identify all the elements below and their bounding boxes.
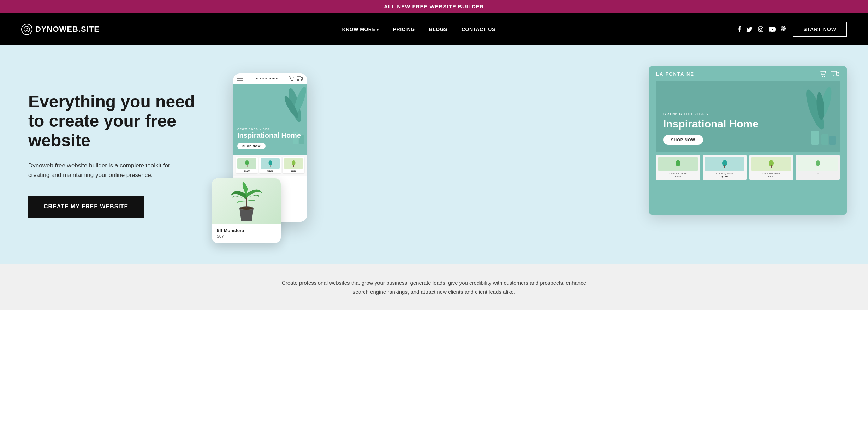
mobile-product-img-1	[237, 158, 256, 169]
svg-point-7	[824, 76, 825, 77]
social-icons	[738, 26, 786, 32]
svg-rect-20	[724, 165, 725, 168]
product-name-4: ···	[798, 172, 838, 175]
mobile-truck-icon	[297, 76, 303, 81]
youtube-icon[interactable]	[769, 27, 776, 32]
facebook-icon[interactable]	[738, 26, 741, 32]
mobile-cart-icon	[289, 76, 295, 81]
nav-item-know-more[interactable]: KNOW MORE ▾	[342, 26, 379, 32]
cart-icon	[819, 71, 827, 77]
plant-card-image	[212, 178, 281, 224]
navbar-right: START NOW	[738, 22, 847, 37]
product-img-3	[751, 157, 791, 171]
nav-item-blogs[interactable]: BLOGS	[429, 26, 447, 32]
mobile-product-img-3	[284, 158, 303, 169]
product-price-3: $120	[751, 175, 791, 178]
desktop-products-row: Corduroy Jacke $120 Corduroy Jacke $120	[656, 155, 840, 180]
svg-point-4	[762, 28, 763, 28]
logo-icon: D	[23, 26, 30, 33]
desktop-product-3: Corduroy Jacke $120	[749, 155, 793, 180]
nav-link-blogs[interactable]: BLOGS	[429, 26, 447, 32]
mobile-plant-icon-1	[244, 160, 250, 167]
desktop-header: LA FONTAINE	[649, 66, 847, 81]
logo-circle: D	[21, 24, 32, 35]
svg-point-42	[292, 160, 295, 165]
desktop-product-4: ··· ---	[796, 155, 840, 180]
mobile-products-row: $120 $120 $120	[233, 155, 307, 176]
svg-rect-43	[293, 165, 294, 167]
mobile-inspire-title: Inspirational Home	[237, 131, 303, 139]
plant-product-card: 5ft Monstera $67	[212, 178, 281, 243]
footer-text: Create professional websites that grow y…	[275, 278, 593, 296]
svg-point-3	[760, 28, 762, 31]
mobile-price-2: $120	[261, 170, 280, 172]
mobile-grow-text: GROW GOOD VIBES	[237, 128, 303, 130]
product-name-1: Corduroy Jacke	[658, 172, 698, 175]
plant-icon-1	[674, 160, 682, 168]
svg-point-31	[297, 79, 298, 81]
mobile-price-1: $120	[237, 170, 256, 172]
footer-strip: Create professional websites that grow y…	[0, 264, 868, 310]
hero-title: Everything you need to create your free …	[28, 92, 212, 150]
pinterest-icon[interactable]	[781, 26, 786, 32]
product-price-2: $120	[705, 175, 744, 178]
chevron-down-icon: ▾	[377, 28, 379, 31]
mobile-plant-icon-3	[291, 160, 296, 167]
instagram-icon[interactable]	[757, 26, 764, 32]
svg-text:D: D	[25, 28, 28, 31]
plant-icon-3	[768, 160, 775, 168]
nav-link-know-more[interactable]: KNOW MORE ▾	[342, 26, 379, 32]
plant-card-info: 5ft Monstera $67	[212, 224, 281, 243]
svg-point-10	[837, 75, 838, 76]
mobile-plant-icon-2	[268, 160, 273, 167]
mobile-header: LA FONTAINE	[233, 73, 307, 84]
mobile-price-3: $120	[284, 170, 303, 172]
top-banner: ALL NEW FREE WEBSITE BUILDER	[0, 0, 868, 13]
logo-link[interactable]: D DYNOWEB.SITE	[21, 24, 100, 35]
plant-card-name: 5ft Monstera	[217, 228, 276, 233]
nav-link-pricing[interactable]: PRICING	[393, 26, 415, 32]
svg-rect-22	[771, 165, 772, 168]
desktop-product-2: Corduroy Jacke $120	[703, 155, 747, 180]
product-img-2	[705, 157, 744, 171]
desktop-store-name: LA FONTAINE	[656, 71, 694, 77]
hero-visual: LA FONTAINE	[212, 66, 840, 243]
logo-text: DYNOWEB.SITE	[35, 25, 100, 34]
desktop-grow-text: GROW GOOD VIBES	[663, 112, 833, 116]
banner-text: ALL NEW FREE WEBSITE BUILDER	[384, 4, 484, 10]
svg-point-28	[291, 80, 292, 81]
svg-rect-18	[678, 165, 678, 168]
product-name-2: Corduroy Jacke	[705, 172, 744, 175]
svg-point-38	[245, 160, 249, 165]
desktop-mockup: LA FONTAINE	[649, 66, 847, 215]
product-price-1: $120	[658, 175, 698, 178]
desktop-hero-area: GROW GOOD VIBES Inspirational Home SHOP …	[656, 81, 840, 152]
svg-point-40	[268, 160, 272, 165]
nav-item-pricing[interactable]: PRICING	[393, 26, 415, 32]
nav-item-contact[interactable]: CONTACT US	[462, 26, 495, 32]
truck-icon	[831, 71, 840, 76]
nav-link-contact[interactable]: CONTACT US	[462, 26, 495, 32]
create-website-button[interactable]: CREATE MY FREE WEBSITE	[28, 196, 144, 218]
start-now-button[interactable]: START NOW	[793, 22, 847, 37]
svg-point-32	[301, 79, 302, 81]
mobile-hero-area: GROW GOOD VIBES Inspirational Home SHOP …	[233, 84, 307, 155]
svg-point-29	[292, 80, 293, 81]
mobile-header-icons	[289, 76, 303, 81]
twitter-icon[interactable]	[746, 27, 753, 32]
svg-point-9	[832, 75, 833, 76]
mobile-shop-button[interactable]: SHOP NOW	[237, 143, 266, 149]
monstera-illustration	[224, 180, 269, 223]
mobile-product-card-3: $120	[283, 157, 304, 173]
desktop-shop-button[interactable]: SHOP NOW	[663, 135, 703, 145]
navbar: D DYNOWEB.SITE KNOW MORE ▾ PRICING BLOGS…	[0, 13, 868, 45]
product-img-4	[798, 157, 838, 171]
mobile-product-card-2: $120	[259, 157, 281, 173]
svg-rect-41	[270, 165, 271, 167]
hero-section: Everything you need to create your free …	[0, 45, 868, 264]
desktop-inspire-title: Inspirational Home	[663, 118, 833, 130]
mobile-product-img-2	[261, 158, 280, 169]
product-img-1	[658, 157, 698, 171]
svg-rect-24	[818, 165, 818, 168]
hero-content: Everything you need to create your free …	[28, 92, 212, 218]
